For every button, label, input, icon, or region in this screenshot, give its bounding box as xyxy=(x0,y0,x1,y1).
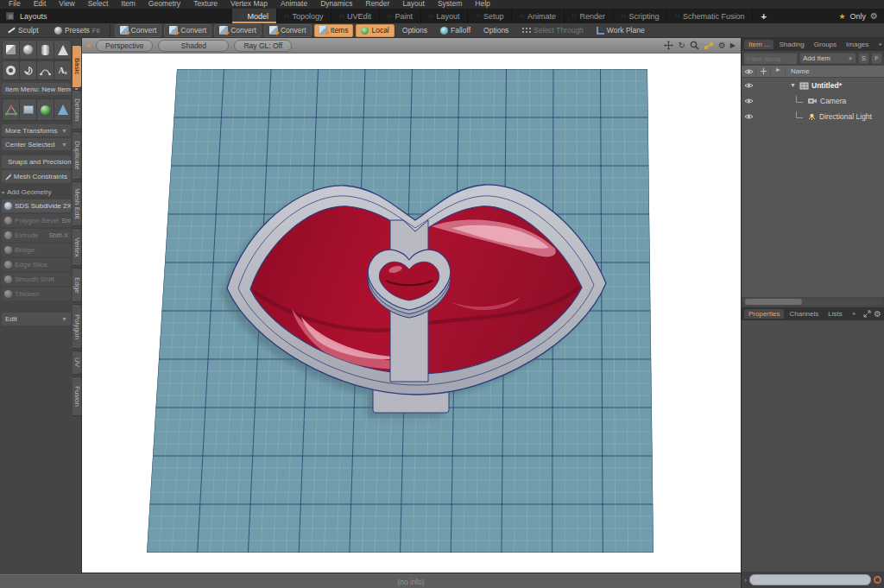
menu-dynamics[interactable]: Dynamics xyxy=(320,0,352,9)
layouts-menu[interactable]: Layouts xyxy=(20,12,47,21)
category-tab-deform[interactable]: Deform xyxy=(73,90,82,130)
falloff-button[interactable]: Falloff xyxy=(435,24,476,37)
shading-selector[interactable]: Shaded xyxy=(158,40,229,52)
only-toggle[interactable]: Only xyxy=(850,12,867,21)
tab-shading[interactable]: Shading xyxy=(774,40,808,49)
tab-lists[interactable]: Lists xyxy=(824,309,846,319)
projection-selector[interactable]: Perspective xyxy=(96,40,153,52)
collapse-arrow-icon[interactable]: ▼ xyxy=(789,82,797,88)
presets-button[interactable]: Presets F6 xyxy=(49,24,105,37)
tab-channels[interactable]: Channels xyxy=(785,309,823,319)
cylinder-primitive-button[interactable] xyxy=(36,40,54,60)
category-tab-basic[interactable]: Basic xyxy=(73,45,82,88)
visibility-toggle[interactable] xyxy=(742,113,756,120)
visibility-toggle[interactable] xyxy=(742,98,756,104)
add-panel-tab-button[interactable]: + xyxy=(874,40,884,49)
mesh-constraints-button[interactable]: Mesh Constraints xyxy=(2,170,71,183)
viewport-expand-icon[interactable]: ▶ xyxy=(730,41,736,49)
plane-tool-button[interactable] xyxy=(19,98,37,121)
filter-items-input[interactable] xyxy=(743,53,798,65)
menu-system[interactable]: System xyxy=(438,0,462,9)
menu-edit[interactable]: Edit xyxy=(34,0,47,9)
menu-vertex-map[interactable]: Vertex Map xyxy=(230,0,268,9)
menu-texture[interactable]: Texture xyxy=(193,0,218,9)
select-through-button[interactable]: Select Through xyxy=(516,24,589,37)
snaps-and-precision-button[interactable]: Snaps and Precision xyxy=(2,155,71,168)
tab-paint[interactable]: ∷Paint xyxy=(380,9,421,23)
name-column-header[interactable]: Name xyxy=(791,67,809,75)
viewport-gear-icon[interactable]: ⚙ xyxy=(718,41,726,50)
cone-primitive-button[interactable] xyxy=(54,40,72,60)
add-panel-tab-button[interactable]: + xyxy=(848,309,861,319)
menu-help[interactable]: Help xyxy=(475,0,489,9)
smooth-shift-button[interactable]: Smooth Shift xyxy=(2,273,71,286)
category-tab-polygon[interactable]: Polygon xyxy=(73,304,82,349)
zoom-icon[interactable] xyxy=(690,41,699,50)
rotate-icon[interactable]: ↻ xyxy=(678,41,685,50)
more-transforms-dropdown[interactable]: More Transforms▼ xyxy=(2,124,71,136)
expand-panel-icon[interactable] xyxy=(863,310,871,318)
tab-groups[interactable]: Groups xyxy=(810,40,841,49)
tab-layout[interactable]: ∷Layout xyxy=(421,9,469,23)
item-row-camera[interactable]: Camera xyxy=(742,93,884,109)
command-input[interactable] xyxy=(749,574,871,585)
convert-button-1[interactable]: Convert xyxy=(115,24,162,37)
category-tab-edge[interactable]: Edge xyxy=(73,268,82,302)
thicken-button[interactable]: Thicken xyxy=(2,288,71,300)
menu-animate[interactable]: Animate xyxy=(281,0,307,9)
menu-layout[interactable]: Layout xyxy=(402,0,425,9)
more-primitives-button[interactable] xyxy=(19,60,37,80)
vertex-tool-button[interactable] xyxy=(2,98,20,121)
convert-button-3[interactable]: Convert xyxy=(214,24,262,37)
sds-subdivide-button[interactable]: SDS Subdivide 2X xyxy=(2,199,71,212)
cube-primitive-button[interactable] xyxy=(2,40,20,60)
visibility-toggle[interactable] xyxy=(742,82,756,89)
edge-slice-button[interactable]: Edge Slice xyxy=(2,258,71,271)
convert-button-2[interactable]: Convert xyxy=(164,24,212,37)
tab-item-list[interactable]: Item ... xyxy=(744,40,774,49)
extrude-button[interactable]: Extrude Shift-X xyxy=(2,229,71,242)
tab-scripting[interactable]: ∷Scripting xyxy=(614,9,667,23)
category-tab-uv[interactable]: UV xyxy=(73,351,82,375)
menu-item[interactable]: Item xyxy=(121,0,136,9)
panel-gear-icon[interactable]: ⚙ xyxy=(874,309,881,319)
local-action-center-button[interactable]: Local xyxy=(356,24,394,37)
tab-schematic-fusion[interactable]: ∷Schematic Fusion xyxy=(667,9,753,23)
f-button[interactable]: F xyxy=(871,53,882,64)
scrollbar-thumb[interactable] xyxy=(745,299,802,305)
items-mode-button[interactable]: Items xyxy=(314,24,354,37)
add-item-dropdown[interactable]: Add Item▼ xyxy=(799,53,856,64)
s-button[interactable]: S xyxy=(858,53,869,64)
tab-setup[interactable]: ∷Setup xyxy=(468,9,512,23)
item-row-directional-light[interactable]: Directional Light xyxy=(742,109,884,124)
center-selected-dropdown[interactable]: Center Selected▼ xyxy=(2,138,71,150)
tab-topology[interactable]: ∷Topology xyxy=(277,9,332,23)
sculpt-button[interactable]: Sculpt xyxy=(2,24,47,37)
menu-select[interactable]: Select xyxy=(88,0,109,9)
viewport-3d[interactable]: Perspective Shaded Ray GL: Off ↻ ⚙ ▶ xyxy=(82,38,741,572)
menu-render[interactable]: Render xyxy=(366,0,390,9)
tab-model[interactable]: ∷Model xyxy=(232,9,277,23)
falloff-options-button[interactable]: Options xyxy=(478,24,514,37)
category-tab-fusion[interactable]: Fusion xyxy=(73,376,82,416)
category-tab-vertex[interactable]: Vertex xyxy=(73,228,82,266)
menu-file[interactable]: File xyxy=(9,0,21,9)
tab-render[interactable]: ∷Render xyxy=(565,9,614,23)
edit-dropdown[interactable]: Edit▼ xyxy=(2,313,71,326)
gear-icon[interactable]: ⚙ xyxy=(870,11,878,21)
action-center-options-button[interactable]: Options xyxy=(397,24,433,37)
add-geometry-header[interactable]: ▾ Add Geometry xyxy=(2,187,71,197)
torus-primitive-button[interactable] xyxy=(2,60,20,80)
item-menu-dropdown[interactable]: Item Menu: New Item▼ xyxy=(2,83,71,95)
category-tab-duplicate[interactable]: Duplicate xyxy=(73,131,82,180)
item-row-untitled[interactable]: ▼ Untitled* xyxy=(742,78,884,93)
pan-icon[interactable] xyxy=(664,41,673,50)
raygl-selector[interactable]: Ray GL: Off xyxy=(234,40,292,52)
menu-view[interactable]: View xyxy=(59,0,74,9)
tab-animate[interactable]: ∷Animate xyxy=(512,9,565,23)
menu-geometry[interactable]: Geometry xyxy=(148,0,180,9)
curve-tool-button[interactable] xyxy=(36,60,54,80)
mesh-cone-button[interactable] xyxy=(54,98,72,121)
work-plane-button[interactable]: Work Plane xyxy=(591,24,650,37)
viewport-canvas[interactable] xyxy=(82,54,741,572)
